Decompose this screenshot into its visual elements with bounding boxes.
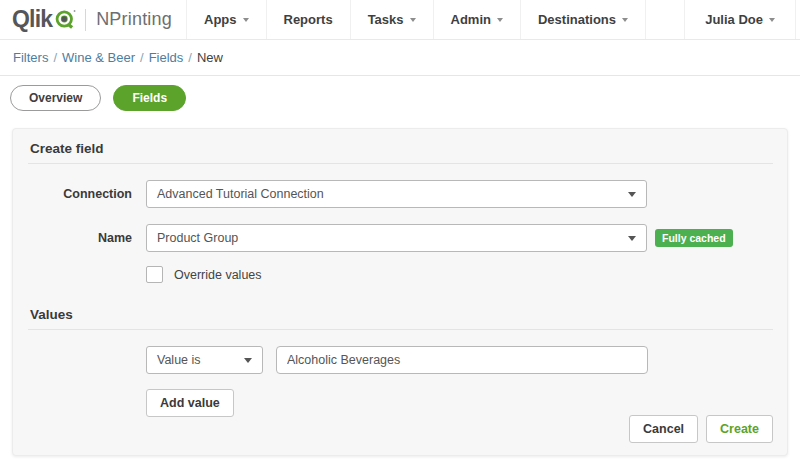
breadcrumb-link-wine-beer[interactable]: Wine & Beer: [62, 50, 135, 65]
brand-divider: [85, 9, 86, 31]
qlik-logo-text: Qlik: [12, 6, 52, 33]
name-select[interactable]: Product Group: [146, 224, 647, 252]
nav-item-label: Destinations: [538, 12, 616, 27]
values-section-title: Values: [30, 307, 773, 322]
brand: Qlik NPrinting: [0, 0, 186, 39]
cancel-button[interactable]: Cancel: [629, 415, 698, 443]
name-row: Name Product Group Fully cached: [27, 224, 773, 252]
tab-fields[interactable]: Fields: [113, 85, 186, 111]
nav-item-label: Apps: [204, 12, 237, 27]
nav-item-reports[interactable]: Reports: [266, 0, 350, 39]
divider: [28, 163, 773, 164]
create-button[interactable]: Create: [706, 415, 773, 443]
value-condition-row: Value is: [146, 346, 773, 374]
chevron-down-icon: [410, 18, 416, 22]
app-window: Qlik NPrinting Apps Reports Tasks: [0, 0, 800, 467]
nav-item-apps[interactable]: Apps: [186, 0, 266, 39]
breadcrumb: Filters / Wine & Beer / Fields / New: [0, 40, 800, 76]
main-menu: Apps Reports Tasks Admin Destinations: [186, 0, 646, 39]
nav-item-label: Reports: [284, 12, 333, 27]
value-condition-value: Value is: [157, 353, 201, 367]
value-condition-select[interactable]: Value is: [146, 346, 263, 374]
create-field-panel: Create field Connection Advanced Tutoria…: [12, 128, 788, 456]
user-name: Julia Doe: [705, 12, 763, 27]
value-input[interactable]: [276, 346, 648, 374]
breadcrumb-current: New: [197, 50, 223, 65]
chevron-down-icon: [628, 192, 636, 197]
top-navbar: Qlik NPrinting Apps Reports Tasks: [0, 0, 800, 40]
override-values-checkbox[interactable]: [146, 266, 163, 283]
nav-item-label: Admin: [451, 12, 491, 27]
breadcrumb-separator: /: [53, 50, 57, 65]
override-values-label: Override values: [174, 268, 262, 282]
connection-label: Connection: [27, 187, 146, 201]
nav-item-tasks[interactable]: Tasks: [350, 0, 433, 39]
connection-row: Connection Advanced Tutorial Connection: [27, 180, 773, 208]
chevron-down-icon: [622, 18, 628, 22]
override-values-row: Override values: [146, 266, 773, 283]
chevron-down-icon: [244, 358, 252, 363]
connection-select[interactable]: Advanced Tutorial Connection: [146, 180, 647, 208]
breadcrumb-link-fields[interactable]: Fields: [149, 50, 184, 65]
qlik-q-icon: [55, 4, 76, 34]
breadcrumb-separator: /: [140, 50, 144, 65]
chevron-down-icon: [497, 18, 503, 22]
panel-title: Create field: [30, 141, 773, 156]
form-actions: Cancel Create: [629, 415, 773, 443]
nav-item-destinations[interactable]: Destinations: [520, 0, 646, 39]
name-select-value: Product Group: [157, 231, 238, 245]
tab-bar: Overview Fields: [0, 76, 800, 128]
chevron-down-icon: [769, 18, 775, 22]
user-menu[interactable]: Julia Doe: [684, 0, 796, 39]
chevron-down-icon: [243, 18, 249, 22]
add-value-button[interactable]: Add value: [146, 389, 234, 417]
chevron-down-icon: [628, 236, 636, 241]
product-name: NPrinting: [96, 9, 172, 30]
cache-status-badge: Fully cached: [655, 229, 733, 247]
tab-overview[interactable]: Overview: [10, 85, 101, 111]
name-label: Name: [27, 231, 146, 245]
breadcrumb-separator: /: [188, 50, 192, 65]
breadcrumb-link-filters[interactable]: Filters: [13, 50, 48, 65]
divider: [28, 329, 773, 330]
nav-item-label: Tasks: [368, 12, 404, 27]
nav-item-admin[interactable]: Admin: [433, 0, 520, 39]
connection-select-value: Advanced Tutorial Connection: [157, 187, 324, 201]
